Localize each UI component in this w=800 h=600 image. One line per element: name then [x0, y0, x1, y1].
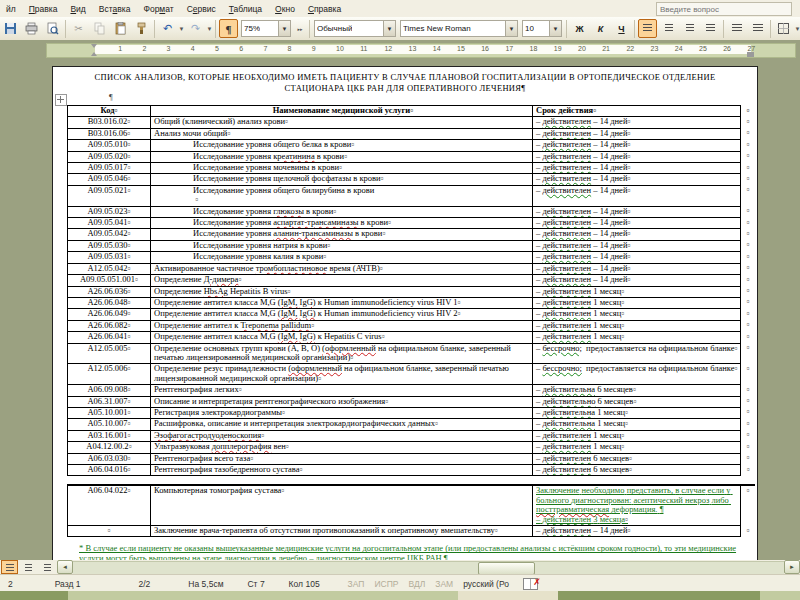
menu-Формат[interactable]: Формат	[137, 2, 180, 16]
service-name-cell[interactable]: Определение Д-димера¤	[151, 275, 533, 286]
service-name-cell[interactable]: Регистрация электрокардиограммы¤	[151, 407, 533, 418]
code-cell[interactable]: А09.05.030¤	[68, 240, 151, 251]
status-record-mode[interactable]: ЗАП	[348, 579, 365, 589]
table-row[interactable]: А26.06.048¤Определение антител класса M,…	[68, 297, 756, 308]
font-size-select[interactable]: 10▼	[522, 20, 562, 37]
code-cell[interactable]: А09.05.021¤	[68, 185, 151, 206]
service-name-cell[interactable]: Анализ мочи общий¤	[151, 128, 533, 139]
code-cell[interactable]: А12.05.042¤	[68, 263, 151, 274]
table-row[interactable]: А06.09.008¤Рентгенография легких¤– дейст…	[68, 385, 756, 396]
validity-term-cell[interactable]: – действителен – 14 дней¤	[533, 240, 741, 251]
validity-term-cell[interactable]: – действителен 1 месяц¤	[533, 297, 741, 308]
table-row[interactable]: А09.05.041¤Исследование уровня аспартат-…	[68, 218, 756, 229]
table-row[interactable]: А06.04.016¤Рентгенография тазобедренного…	[68, 465, 756, 476]
code-cell[interactable]: ¤	[68, 526, 151, 537]
table-row[interactable]: А12.05.042¤Активированное частичное тром…	[68, 263, 756, 274]
service-name-cell[interactable]: Рентгенография легких¤	[151, 385, 533, 396]
table-row[interactable]: А04.12.00.2¤Ультразвуковая допплерографи…	[68, 442, 756, 453]
validity-term-cell[interactable]: – бессрочно; предоставляется на официаль…	[533, 343, 741, 364]
service-name-cell[interactable]: Рентгенография всего таза¤	[151, 453, 533, 464]
code-cell[interactable]: А12.05.006¤	[68, 364, 151, 385]
code-cell[interactable]: А03.16.001¤	[68, 430, 151, 441]
service-name-cell[interactable]: Определение антител класса M,G (IgM, IgG…	[151, 297, 533, 308]
table-row[interactable]: А12.05.005¤Определение основных групп кр…	[68, 343, 756, 364]
align-left-button[interactable]	[638, 19, 657, 38]
code-cell[interactable]: В03.016.02¤	[68, 117, 151, 128]
undo-dropdown[interactable]: ▼	[178, 20, 185, 37]
service-name-cell[interactable]: Расшифровка, описание и интерпретация эл…	[151, 419, 533, 430]
service-name-cell[interactable]: Исследование уровня натрия в крови¤	[151, 240, 533, 251]
validity-term-cell[interactable]: – действительна 1 месяц¤	[533, 407, 741, 418]
service-name-cell[interactable]: Исследование уровня калия в крови¤	[151, 252, 533, 263]
service-name-cell[interactable]: Определение антител класса M,G (IgM, IgG…	[151, 332, 533, 343]
code-cell[interactable]: А26.06.049¤	[68, 309, 151, 320]
table-row[interactable]: А26.06.041¤Определение антител класса M,…	[68, 332, 756, 343]
format-painter-button[interactable]	[132, 19, 151, 38]
validity-term-cell[interactable]: – действителен – 14 дней¤	[533, 174, 741, 185]
table-row[interactable]: А12.05.006¤Определение резус принадлежно…	[68, 364, 756, 385]
service-name-cell[interactable]: Исследование уровня общего билирубина в …	[151, 185, 533, 206]
table-move-handle[interactable]	[55, 94, 67, 106]
scroll-right-button[interactable]: ►	[784, 560, 800, 574]
service-name-cell[interactable]: Определение резус принадлежности (оформл…	[151, 364, 533, 385]
show-formatting-marks-button[interactable]: ¶	[219, 19, 238, 38]
code-cell[interactable]: А06.03.030¤	[68, 453, 151, 464]
menu-Вставка[interactable]: Вставка	[93, 2, 138, 16]
copy-button[interactable]	[90, 19, 109, 38]
code-cell[interactable]: А12.05.005¤	[68, 343, 151, 364]
zoom-dropdown-arrow[interactable]: ▼	[278, 21, 290, 36]
table-row[interactable]: А09.05.031¤Исследование уровня калия в к…	[68, 252, 756, 263]
bullet-list-button[interactable]	[748, 19, 767, 38]
font-size-dropdown-arrow[interactable]: ▼	[549, 21, 561, 36]
table-row[interactable]: А05.10.001¤Регистрация электрокардиограм…	[68, 407, 756, 418]
status-track-changes[interactable]: ИСПР	[374, 579, 398, 589]
service-name-cell[interactable]: Исследование уровня креатинина в крови¤	[151, 151, 533, 162]
code-cell[interactable]: А06.09.008¤	[68, 385, 151, 396]
print-button[interactable]	[22, 19, 41, 38]
code-cell[interactable]: А26.06.082¤	[68, 320, 151, 331]
ask-question-input[interactable]	[656, 2, 792, 16]
table-row[interactable]: А26.06.049¤Определение антител класса M,…	[68, 309, 756, 320]
validity-term-cell[interactable]: – действителен – 14 дней¤	[533, 185, 741, 206]
menu-Правка[interactable]: Правка	[23, 2, 65, 16]
validity-term-cell[interactable]: – действительна 6 месяцев¤	[533, 385, 741, 396]
validity-term-cell[interactable]: – действителен 1 месяц¤	[533, 442, 741, 453]
validity-term-cell[interactable]: – действителен 6 месяцев¤	[533, 453, 741, 464]
validity-term-cell[interactable]: – действителен 1 месяц¤	[533, 309, 741, 320]
document-page[interactable]: СПИСОК АНАЛИЗОВ, КОТОРЫЕ НЕОБХОДИМО ИМЕТ…	[52, 66, 758, 560]
validity-term-cell[interactable]: – действителен – 14 дней¤	[533, 252, 741, 263]
spelling-status-icon[interactable]: ✗	[523, 578, 538, 590]
table-row[interactable]: А09.05.017¤Исследование уровня мочевины …	[68, 163, 756, 174]
additional-table[interactable]: А06.04.022¤Компьютерная томография суста…	[67, 484, 755, 537]
code-cell[interactable]: А09.05.041¤	[68, 218, 151, 229]
borders-dropdown[interactable]: ▼	[794, 20, 800, 37]
table-row[interactable]: В03.016.02¤Общий (клинический) анализ кр…	[68, 117, 756, 128]
service-name-cell[interactable]: Заключение врача-терапевта об отсутствии…	[151, 526, 533, 537]
table-row[interactable]: А05.10.007¤Расшифровка, описание и интер…	[68, 419, 756, 430]
status-overtype[interactable]: ЗАМ	[435, 579, 453, 589]
validity-term-cell[interactable]: – действителен – 14 дней¤	[533, 206, 741, 217]
table-row[interactable]: А06.03.030¤Рентгенография всего таза¤– д…	[68, 453, 756, 464]
validity-term-cell[interactable]: – действителен 1 месяц¤	[533, 320, 741, 331]
code-cell[interactable]: А06.04.016¤	[68, 465, 151, 476]
font-select[interactable]: Times New Roman▼	[400, 20, 518, 37]
validity-term-cell[interactable]: – действителен – 14 дней¤	[533, 128, 741, 139]
validity-term-cell[interactable]: – действителен – 14 дней¤	[533, 526, 741, 537]
validity-term-cell[interactable]: – действителен – 14 дней¤	[533, 163, 741, 174]
table-row[interactable]: ¤Заключение врача-терапевта об отсутстви…	[68, 526, 756, 537]
service-name-cell[interactable]: Исследование уровня щелочной фосфатазы в…	[151, 174, 533, 185]
zoom-select[interactable]: 75%▼	[241, 20, 291, 37]
code-cell[interactable]: А09.05.017¤	[68, 163, 151, 174]
menu-Таблица[interactable]: Таблица	[223, 2, 269, 16]
service-name-cell[interactable]: Компьютерная томография сустава¤	[151, 485, 533, 525]
service-name-cell[interactable]: Эзофагогастродуоденоскопия¤	[151, 430, 533, 441]
validity-term-cell[interactable]: Заключение необходимо представить, в слу…	[533, 485, 741, 525]
validity-term-cell[interactable]: – действителен – 14 дней¤	[533, 229, 741, 240]
service-name-cell[interactable]: Исследование уровня аспартат-трансаминаз…	[151, 218, 533, 229]
align-right-button[interactable]	[680, 19, 699, 38]
service-name-cell[interactable]: Общий (клинический) анализ крови¤	[151, 117, 533, 128]
italic-button[interactable]: К	[591, 19, 610, 38]
code-cell[interactable]: В03.016.06¤	[68, 128, 151, 139]
redo-dropdown[interactable]: ▼	[206, 20, 213, 37]
horizontal-ruler[interactable]: 1234567891011121314151617181920212223242…	[46, 43, 796, 58]
